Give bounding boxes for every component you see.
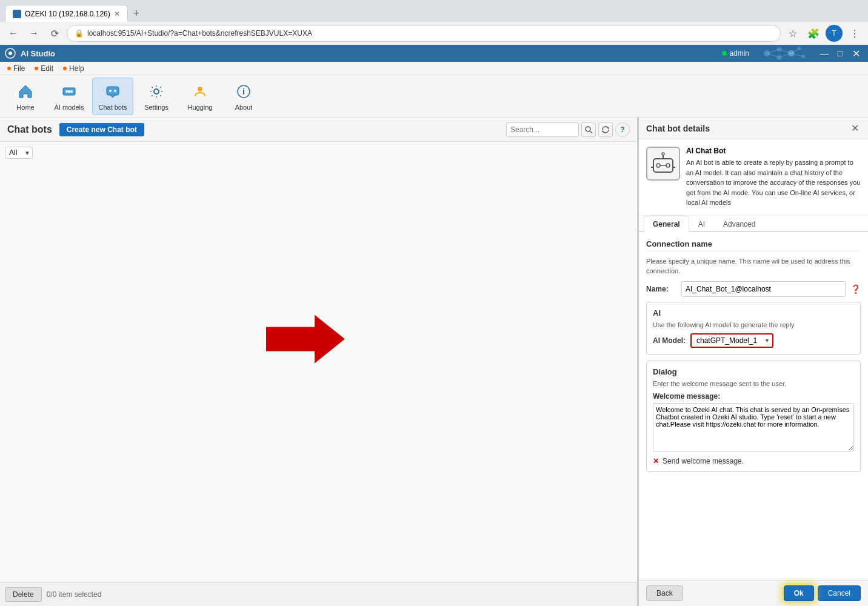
back-button[interactable]: Back [646, 585, 683, 601]
browser-tab[interactable]: OZEKI 10 (192.168.0.126) ✕ [5, 5, 128, 22]
search-input[interactable] [506, 122, 579, 137]
bot-description: An AI bot is able to create a reply by p… [686, 158, 861, 208]
hugging-label: Hugging [188, 104, 213, 111]
svg-point-22 [198, 87, 202, 92]
ok-button[interactable]: Ok [784, 585, 814, 601]
svg-text:i: i [242, 87, 245, 96]
svg-point-2 [764, 50, 770, 57]
toolbar-settings-button[interactable]: Settings [136, 78, 177, 115]
close-button[interactable]: ✕ [849, 47, 863, 59]
send-welcome-label: Send welcome message. [663, 457, 744, 465]
forward-button[interactable]: → [25, 25, 42, 42]
ai-section-description: Use the following AI model to generate t… [653, 321, 854, 328]
home-label: Home [16, 104, 34, 111]
delete-button[interactable]: Delete [5, 587, 42, 602]
ai-models-label: AI models [55, 104, 84, 111]
reload-button[interactable]: ⟳ [46, 25, 63, 42]
svg-point-30 [666, 164, 670, 167]
tab-advanced[interactable]: Advanced [714, 216, 764, 232]
minimize-button[interactable]: — [817, 47, 832, 59]
menu-edit[interactable]: Edit [30, 62, 58, 75]
ai-section-title: AI [653, 308, 854, 318]
about-icon: i [234, 82, 253, 101]
ai-model-label: AI Model: [653, 336, 686, 345]
send-welcome-checkbox[interactable]: ✕ [653, 457, 659, 465]
ai-model-select[interactable]: chatGPT_Model_1 [690, 333, 773, 348]
connection-section-title: Connection name [646, 239, 861, 251]
app-logo-icon [5, 48, 16, 59]
file-dot-icon [7, 67, 11, 70]
about-label: About [235, 104, 253, 111]
svg-point-15 [65, 90, 68, 93]
lock-icon: 🔒 [75, 29, 84, 38]
name-input[interactable] [681, 281, 846, 297]
svg-point-31 [662, 153, 664, 155]
dialog-section-title: Dialog [653, 367, 854, 376]
bookmark-button[interactable]: ☆ [784, 25, 801, 42]
extensions-button[interactable]: 🧩 [805, 25, 822, 42]
edit-dot-icon [35, 67, 38, 70]
help-button[interactable]: ? [615, 122, 630, 137]
toolbar-about-button[interactable]: i About [223, 78, 264, 115]
settings-label: Settings [144, 104, 169, 111]
name-label: Name: [646, 285, 676, 293]
menu-edit-label: Edit [41, 64, 53, 73]
profile-button[interactable]: T [826, 25, 843, 42]
tab-close-icon[interactable]: ✕ [114, 10, 120, 18]
search-button[interactable] [581, 122, 596, 137]
bot-icon-box [646, 147, 680, 181]
toolbar-chat-bots-button[interactable]: Chat bots [92, 78, 133, 115]
filter-dropdown[interactable]: All [5, 147, 33, 159]
menu-help[interactable]: Help [58, 62, 89, 75]
svg-line-26 [590, 131, 592, 133]
panel-close-button[interactable]: ✕ [849, 122, 861, 135]
toolbar-hugging-button[interactable]: Hugging [179, 78, 221, 115]
new-tab-button[interactable]: + [128, 5, 145, 22]
back-button[interactable]: ← [5, 25, 22, 42]
admin-label: admin [729, 49, 749, 58]
maximize-button[interactable]: □ [833, 47, 847, 59]
red-arrow [266, 315, 345, 363]
svg-point-29 [656, 164, 660, 167]
bot-icon [650, 150, 676, 177]
toolbar-ai-models-button[interactable]: AI models [48, 78, 90, 115]
svg-point-20 [114, 90, 116, 92]
network-illustration [759, 45, 807, 62]
tab-ai[interactable]: AI [689, 216, 714, 232]
panel-title: Chat bots [7, 124, 52, 135]
svg-point-6 [797, 47, 801, 51]
menu-button[interactable]: ⋮ [846, 25, 863, 42]
refresh-button[interactable] [598, 122, 613, 137]
chat-bots-icon [103, 82, 122, 101]
online-indicator [722, 51, 727, 56]
tab-title: OZEKI 10 (192.168.0.126) [25, 10, 110, 18]
bot-name: AI Chat Bot [686, 147, 861, 155]
svg-point-16 [70, 90, 73, 93]
home-icon [16, 82, 35, 101]
svg-rect-18 [107, 87, 119, 95]
url-text: localhost:9515/AI+Studio/?a=Chat+bots&nc… [87, 29, 312, 38]
menu-help-label: Help [69, 64, 84, 73]
app-title: AI Studio [21, 49, 55, 58]
tab-general[interactable]: General [644, 216, 689, 232]
help-dot-icon [63, 67, 67, 70]
svg-point-25 [586, 127, 590, 132]
chat-bots-label: Chat bots [98, 104, 127, 111]
create-chatbot-button[interactable]: Create new Chat bot [59, 123, 144, 136]
svg-point-19 [109, 90, 112, 92]
toolbar-home-button[interactable]: Home [5, 78, 46, 115]
menu-file[interactable]: File [2, 62, 30, 75]
admin-badge: admin [722, 49, 749, 58]
svg-point-21 [154, 89, 159, 94]
name-help-icon[interactable]: ❓ [850, 284, 861, 294]
ai-models-icon [59, 82, 79, 101]
tab-favicon [13, 10, 21, 18]
welcome-message-textarea[interactable]: Welcome to Ozeki AI chat. This chat is s… [653, 403, 854, 451]
connection-description: Please specify a unique name. This name … [646, 256, 861, 276]
menu-file-label: File [13, 64, 25, 73]
cancel-button[interactable]: Cancel [818, 585, 861, 601]
settings-icon [147, 82, 166, 101]
address-bar[interactable]: 🔒 localhost:9515/AI+Studio/?a=Chat+bots&… [67, 25, 781, 42]
right-panel-title: Chat bot details [646, 124, 710, 133]
svg-rect-17 [68, 90, 70, 93]
